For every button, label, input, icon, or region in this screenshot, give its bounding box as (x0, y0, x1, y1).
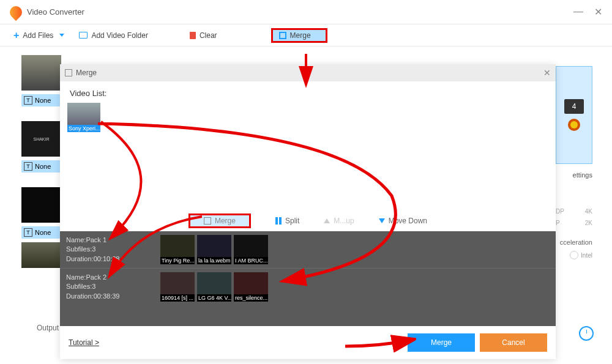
video-thumb[interactable]: SHAKIR (21, 121, 61, 157)
thumb-caption: Tiny Pig Re... (160, 257, 195, 264)
move-up-button[interactable]: M...up (324, 217, 354, 225)
acceleration-label: cceleration (556, 239, 592, 246)
svg-point-3 (570, 121, 578, 128)
main-toolbar: + Add Files Add Video Folder Clear Merge (0, 24, 612, 46)
schedule-icon[interactable] (579, 326, 594, 341)
pack-thumb[interactable]: la la la.webm (197, 235, 231, 264)
subtitle-none-row[interactable]: TNone (21, 160, 61, 173)
pack-duration: Duration:00:10:38 (66, 254, 152, 264)
text-icon: T (24, 228, 32, 237)
merge-label: Merge (290, 31, 311, 40)
dp-label: DP (556, 208, 564, 215)
pack-duration: Duration:00:38:39 (66, 292, 152, 301)
pack-subfiles: Subfiles:3 (66, 245, 152, 254)
add-folder-label: Add Video Folder (91, 31, 148, 40)
dialog-merge-button[interactable]: Merge (408, 333, 475, 352)
pack-subfiles: Subfiles:3 (66, 282, 152, 291)
dialog-close-icon[interactable]: ✕ (543, 68, 551, 78)
arrow-down-icon (379, 218, 385, 223)
thumb-caption: LG G6 4K V... (197, 294, 231, 302)
intel-option[interactable]: Intel (556, 251, 592, 259)
merge-icon (279, 32, 286, 39)
settings-button[interactable]: ettings (556, 171, 592, 179)
output-label: Output (37, 324, 59, 332)
thumb-caption: 160914 [s] ... (160, 294, 195, 302)
none-label: None (35, 229, 51, 236)
none-label: None (35, 97, 51, 104)
pack-row[interactable]: Name:Pack 1 Subfiles:3 Duration:00:10:38… (60, 231, 556, 268)
dialog-footer: Tutorial > Merge Cancel (60, 326, 556, 359)
dialog-cancel-button[interactable]: Cancel (480, 333, 547, 352)
text-icon: T (24, 162, 32, 171)
merge-dialog: Merge ✕ Video List: Sony Xperi... Merge … (60, 64, 556, 359)
clear-label: Clear (200, 31, 217, 40)
thumb-caption: I AM BRUC... (234, 257, 268, 264)
format-preview[interactable]: 4 (556, 66, 592, 164)
add-files-button[interactable]: + Add Files (7, 28, 70, 43)
intel-label: Intel (581, 252, 592, 259)
subtitle-none-row[interactable]: TNone (21, 226, 61, 239)
app-logo-icon (7, 3, 24, 20)
4k-label: 4K (585, 208, 592, 215)
video-thumb[interactable] (21, 187, 61, 223)
arrow-up-icon (324, 218, 330, 223)
close-icon[interactable]: ✕ (594, 6, 602, 18)
add-files-label: Add Files (23, 31, 53, 40)
moveup-label: M...up (334, 217, 354, 225)
intel-radio-icon (570, 251, 578, 259)
pack-thumb[interactable]: 160914 [s] ... (160, 272, 195, 302)
pack-thumb[interactable]: res_silence... (234, 272, 268, 302)
split-button[interactable]: Split (275, 217, 299, 225)
split-label: Split (285, 217, 299, 225)
subtitle-none-row[interactable]: TNone (21, 94, 61, 106)
pack-name: Name:Pack 2 (66, 273, 152, 282)
side-panel: 4 ettings DP4K P2K cceleration Intel (556, 66, 592, 259)
video-list: Sony Xperi... (60, 100, 556, 137)
thumb-caption: la la la.webm (197, 257, 231, 264)
format-icon: 4 (562, 97, 586, 133)
merge-icon (204, 217, 211, 225)
pack-thumb[interactable]: Tiny Pig Re... (160, 235, 195, 264)
title-bar: Video Converter — ✕ (0, 0, 612, 24)
pack-info: Name:Pack 1 Subfiles:3 Duration:00:10:38 (66, 236, 152, 264)
mid-merge-button[interactable]: Merge (188, 214, 251, 228)
mid-merge-label: Merge (215, 217, 236, 225)
pack-row[interactable]: Name:Pack 2 Subfiles:3 Duration:00:38:39… (60, 268, 556, 305)
text-icon: T (24, 96, 32, 105)
pack-thumb[interactable]: LG G6 4K V... (197, 272, 231, 302)
video-thumb[interactable] (21, 242, 61, 268)
toolbar-merge-button[interactable]: Merge (271, 28, 327, 43)
dialog-title: Merge (76, 69, 97, 77)
pack-info: Name:Pack 2 Subfiles:3 Duration:00:38:39 (66, 273, 152, 301)
svg-text:4: 4 (572, 102, 577, 111)
p-label: P (556, 220, 560, 226)
video-caption: Sony Xperi... (67, 125, 100, 132)
video-thumb[interactable] (21, 55, 61, 91)
add-folder-button[interactable]: Add Video Folder (73, 29, 154, 42)
thumb-caption: res_silence... (234, 294, 268, 302)
packs-area: Name:Pack 1 Subfiles:3 Duration:00:10:38… (60, 231, 556, 326)
video-thumb (67, 103, 100, 125)
video-list-label: Video List: (60, 81, 556, 100)
video-list-item[interactable]: Sony Xperi... (67, 103, 100, 135)
movedown-label: Move Down (389, 217, 427, 225)
move-down-button[interactable]: Move Down (379, 217, 427, 225)
merge-icon (65, 69, 72, 76)
clear-button[interactable]: Clear (184, 29, 223, 42)
dialog-title-bar: Merge ✕ (60, 64, 556, 81)
folder-icon (79, 32, 88, 39)
pack-name: Name:Pack 1 (66, 236, 152, 245)
trash-icon (190, 32, 196, 39)
minimize-icon[interactable]: — (573, 6, 583, 18)
2k-label: 2K (585, 220, 592, 226)
split-icon (275, 217, 282, 225)
merge-mid-toolbar: Merge Split M...up Move Down (60, 210, 556, 231)
tutorial-link[interactable]: Tutorial > (69, 338, 99, 347)
pack-thumb[interactable]: I AM BRUC... (234, 235, 268, 264)
chevron-down-icon (59, 34, 64, 37)
none-label: None (35, 163, 51, 170)
app-title: Video Converter (27, 7, 573, 17)
left-video-strip: TNone SHAKIR TNone TNone (21, 55, 61, 268)
plus-icon: + (13, 30, 19, 41)
